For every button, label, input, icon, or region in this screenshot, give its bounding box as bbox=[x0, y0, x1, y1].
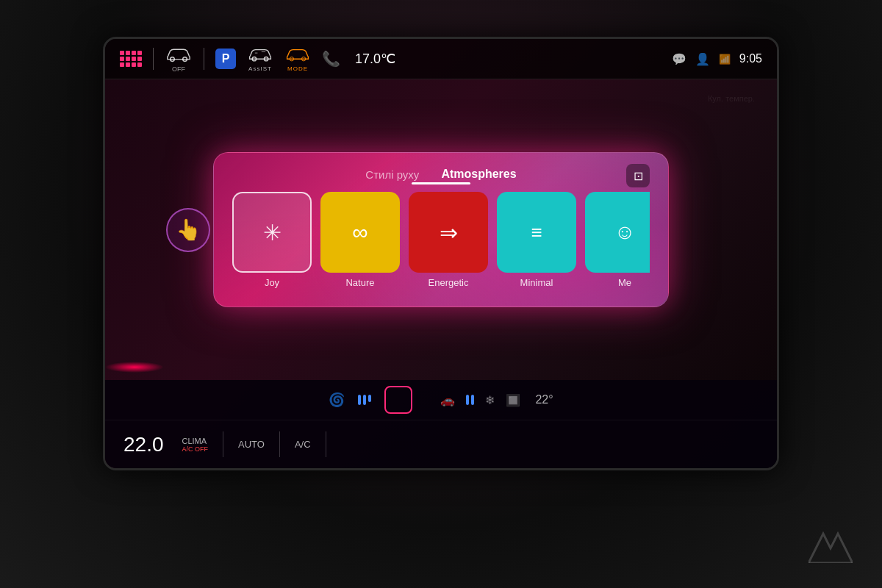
fan-person-icon[interactable]: 🌀 bbox=[329, 392, 345, 408]
seat-heat-icon[interactable]: 🚗 bbox=[440, 393, 455, 407]
modal-tabs: Стилі руху Atmospheres bbox=[232, 168, 650, 181]
car-background: OFF P bbox=[0, 0, 882, 588]
joy-icon: ✳ bbox=[263, 220, 282, 245]
me-card[interactable]: ☺ bbox=[585, 192, 650, 273]
energetic-icon: ⇒ bbox=[440, 220, 458, 245]
defrost-icon[interactable]: ❄ bbox=[485, 393, 495, 407]
status-bar: OFF P bbox=[105, 39, 777, 79]
time-display: 9:05 bbox=[739, 52, 762, 65]
tab-active-indicator bbox=[412, 182, 470, 184]
bottom-control-bar: 🌀 🚗 bbox=[105, 380, 777, 468]
bottom-icons: 🌀 🚗 bbox=[329, 386, 553, 414]
me-card-wrapper: ☺ Me bbox=[585, 192, 650, 288]
assist-icon[interactable]: AssIST bbox=[247, 46, 273, 72]
logo-watermark bbox=[808, 526, 853, 566]
main-content-area: Кул. темпер. 👆 ⊡ bbox=[105, 79, 777, 380]
atmosphere-cards-row: ✳ Joy ∞ Nature bbox=[232, 192, 650, 288]
mode-icon[interactable]: MODE bbox=[284, 46, 311, 72]
signal-icon: 📶 bbox=[719, 54, 731, 65]
clima-label: CLIMA bbox=[182, 437, 209, 445]
phone-icon[interactable]: 📞 bbox=[322, 50, 340, 68]
nature-card-wrapper: ∞ Nature bbox=[320, 192, 400, 288]
atmospheres-modal: 👆 ⊡ Стилі руху Atmospheres bbox=[213, 152, 669, 307]
ac-label[interactable]: A/C bbox=[295, 439, 311, 450]
joy-card-wrapper: ✳ Joy bbox=[232, 192, 312, 288]
minimal-icon: ≡ bbox=[531, 221, 542, 244]
ambient-glow bbox=[105, 362, 164, 373]
car-status-icon[interactable]: OFF bbox=[165, 45, 193, 73]
temp-left-display: 22.0 bbox=[123, 433, 164, 456]
right-bottom-icons: 🚗 ❄ 🔲 22° bbox=[440, 393, 553, 407]
assist-label: AssIST bbox=[248, 65, 272, 72]
parking-button[interactable]: P bbox=[215, 49, 236, 69]
energetic-label: Energetic bbox=[429, 277, 469, 288]
energetic-card[interactable]: ⇒ bbox=[409, 192, 488, 273]
user-icon[interactable]: 👤 bbox=[695, 52, 710, 66]
bg-text: Кул. темпер. bbox=[708, 94, 755, 103]
main-screen: OFF P bbox=[105, 39, 777, 468]
bottom-top-controls: 🌀 🚗 bbox=[105, 380, 777, 420]
minimal-label: Minimal bbox=[520, 277, 553, 288]
bottom-divider-2 bbox=[279, 431, 280, 457]
clima-info: CLIMA A/C OFF bbox=[182, 437, 209, 453]
screen-bezel: OFF P bbox=[103, 37, 779, 470]
temperature-display: 17.0℃ bbox=[355, 51, 395, 67]
divider-1 bbox=[153, 48, 154, 70]
temp-right-display: 22° bbox=[535, 393, 553, 406]
nature-label: Nature bbox=[345, 277, 374, 288]
right-dots-control[interactable] bbox=[466, 395, 474, 405]
tab-driving-styles[interactable]: Стилі руху bbox=[365, 168, 419, 181]
rear-defrost-icon[interactable]: 🔲 bbox=[506, 393, 520, 407]
divider-2 bbox=[204, 48, 204, 70]
message-icon[interactable]: 💬 bbox=[672, 52, 686, 66]
tab-atmospheres[interactable]: Atmospheres bbox=[441, 168, 516, 181]
joy-card[interactable]: ✳ bbox=[232, 192, 312, 273]
me-icon: ☺ bbox=[614, 220, 636, 244]
assist-car-icon bbox=[247, 46, 273, 65]
bottom-temp-row: 22.0 CLIMA A/C OFF AUTO A/C bbox=[105, 420, 777, 468]
nature-card[interactable]: ∞ bbox=[320, 192, 400, 273]
clima-sub-label: A/C OFF bbox=[182, 445, 209, 453]
mode-label: MODE bbox=[287, 65, 308, 72]
modal-content: ⊡ Стилі руху Atmospheres bbox=[232, 168, 650, 288]
auto-label[interactable]: AUTO bbox=[238, 439, 265, 450]
minimal-card-wrapper: ≡ Minimal bbox=[497, 192, 576, 288]
center-square-button[interactable] bbox=[384, 386, 412, 414]
nature-icon: ∞ bbox=[352, 220, 368, 245]
grid-menu-icon[interactable] bbox=[120, 51, 142, 67]
bottom-divider-3 bbox=[326, 431, 326, 457]
fan-speed-control[interactable] bbox=[358, 395, 371, 405]
joy-label: Joy bbox=[265, 277, 279, 288]
mode-car-icon bbox=[284, 46, 311, 65]
off-label: OFF bbox=[172, 65, 185, 73]
minimal-card[interactable]: ≡ bbox=[497, 192, 576, 273]
bottom-divider bbox=[223, 431, 223, 457]
me-label: Me bbox=[618, 277, 631, 288]
energetic-card-wrapper: ⇒ Energetic bbox=[409, 192, 488, 288]
right-status-icons: 💬 👤 📶 9:05 bbox=[672, 52, 762, 66]
hand-gesture-icon[interactable]: 👆 bbox=[166, 208, 210, 252]
